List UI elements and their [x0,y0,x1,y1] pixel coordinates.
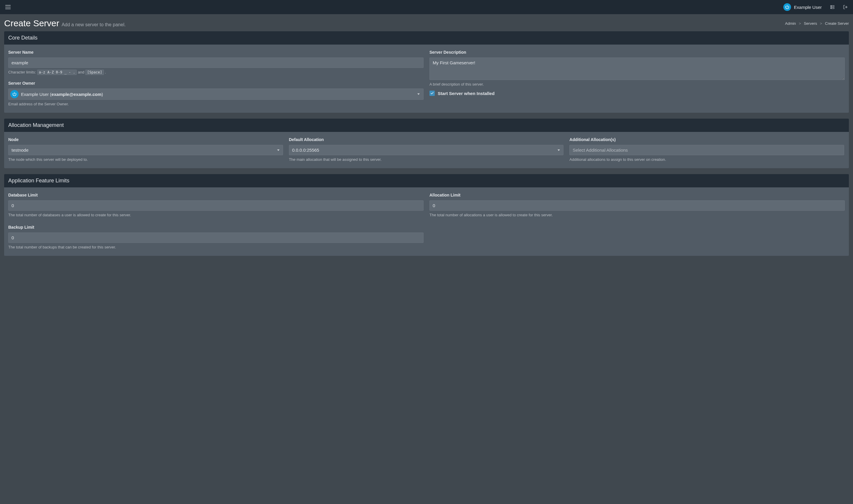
default-allocation-help: The main allocation that will be assigne… [289,157,564,162]
power-icon [10,90,19,98]
server-owner-select[interactable]: Example User (example@example.com) [8,89,424,100]
svg-point-2 [831,6,832,6]
page-subtitle: Add a new server to the panel. [62,22,126,27]
breadcrumb-admin[interactable]: Admin [785,21,796,26]
start-on-install-label: Start Server when Installed [438,91,495,96]
server-name-label: Server Name [8,50,424,55]
additional-allocation-help: Additional allocations to assign to this… [569,157,844,162]
breadcrumb-servers[interactable]: Servers [804,21,817,26]
backup-limit-help: The total number of backups that can be … [8,245,424,249]
node-label: Node [8,137,283,142]
server-description-label: Server Description [429,50,845,55]
additional-allocation-label: Additional Allocation(s) [569,137,844,142]
panel-allocation: Allocation Management Node testnode The … [4,119,849,168]
chevron-right-icon: > [799,21,801,26]
breadcrumb: Admin > Servers > Create Server [785,21,849,26]
user-menu[interactable]: Example User [783,3,822,11]
database-limit-label: Database Limit [8,193,424,197]
allocation-limit-help: The total number of allocations a user i… [429,213,845,217]
username: Example User [794,5,822,10]
backup-limit-input[interactable] [8,233,424,243]
server-owner-value: Example User (example@example.com) [21,92,103,97]
server-name-help: Character limits: a-z A-Z 0-9 _ - . and … [8,70,424,74]
panel-core-details: Core Details Server Name Character limit… [4,31,849,113]
topbar: Example User [0,0,853,14]
additional-allocation-select[interactable] [569,145,844,155]
default-allocation-label: Default Allocation [289,137,564,142]
panel-feature-limits: Application Feature Limits Database Limi… [4,174,849,256]
node-select[interactable]: testnode [8,145,283,155]
allocation-limit-input[interactable] [429,200,845,211]
node-help: The node which this server will be deplo… [8,157,283,162]
panel-title-core: Core Details [4,31,849,44]
server-list-icon[interactable] [830,5,835,10]
logout-icon[interactable] [843,5,848,10]
panel-title-allocation: Allocation Management [4,119,849,132]
server-owner-help: Email address of the Server Owner. [8,102,424,106]
server-owner-label: Server Owner [8,81,424,86]
start-on-install-checkbox[interactable] [429,91,435,96]
default-allocation-select[interactable]: 0.0.0.0:25565 [289,145,564,155]
server-name-input[interactable] [8,57,424,68]
database-limit-input[interactable] [8,200,424,211]
panel-title-limits: Application Feature Limits [4,174,849,187]
server-description-input[interactable]: My First Gameserver! [429,57,845,80]
allocation-limit-label: Allocation Limit [429,193,845,197]
menu-toggle-icon[interactable] [5,5,11,9]
power-icon [783,3,791,11]
server-description-help: A brief description of this server. [429,82,845,87]
database-limit-help: The total number of databases a user is … [8,213,424,217]
breadcrumb-current: Create Server [825,21,849,26]
page-title: Create Server [4,18,59,28]
backup-limit-label: Backup Limit [8,225,424,230]
page-header: Create Server Add a new server to the pa… [0,14,853,31]
chevron-right-icon: > [820,21,822,26]
svg-point-3 [831,8,832,8]
